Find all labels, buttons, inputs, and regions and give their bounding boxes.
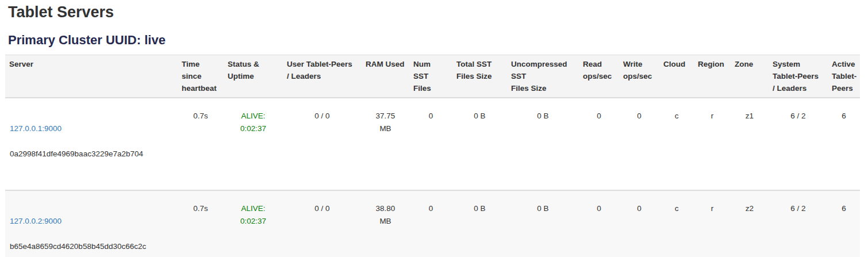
active-peers-cell: 6 xyxy=(828,98,860,190)
col-header-cloud: Cloud xyxy=(659,55,694,98)
user-peers-cell: 0 / 0 xyxy=(283,98,362,190)
col-header-region: Region xyxy=(694,55,731,98)
num-sst-files-cell: 0 xyxy=(409,98,452,190)
col-header-total-sst-files-size: Total SST Files Size xyxy=(452,55,507,98)
server-cell: 127.0.0.1:9000 0a2998f41dfe4969baac3229e… xyxy=(5,98,178,190)
col-header-status-uptime: Status & Uptime xyxy=(224,55,283,98)
page-title: Tablet Servers xyxy=(8,3,863,21)
server-uuid: b65e4a8659cd4620b58b45dd30c66c2c xyxy=(10,240,173,253)
read-ops-cell: 0 xyxy=(579,98,619,190)
col-header-num-sst-files: Num SST Files xyxy=(409,55,452,98)
col-header-read-ops: Read ops/sec xyxy=(579,55,619,98)
zone-cell: z2 xyxy=(731,190,769,257)
ram-used-cell: 37.75 MB xyxy=(362,98,409,190)
col-header-uncompressed-sst-files-size: Uncompressed SST Files Size xyxy=(507,55,579,98)
col-header-server: Server xyxy=(5,55,178,98)
total-sst-size-cell: 0 B xyxy=(452,190,507,257)
col-header-active-tablet-peers: Active Tablet- Peers xyxy=(828,55,860,98)
num-sst-files-cell: 0 xyxy=(409,190,452,257)
col-header-ram-used: RAM Used xyxy=(362,55,409,98)
zone-cell: z1 xyxy=(731,98,769,190)
heartbeat-cell: 0.7s xyxy=(178,98,224,190)
read-ops-cell: 0 xyxy=(579,190,619,257)
active-peers-cell: 6 xyxy=(828,190,860,257)
server-cell: 127.0.0.2:9000 b65e4a8659cd4620b58b45dd3… xyxy=(5,190,178,257)
system-peers-cell: 6 / 2 xyxy=(769,98,828,190)
table-row: 127.0.0.2:9000 b65e4a8659cd4620b58b45dd3… xyxy=(5,190,860,257)
table-header-row: Server Time since heartbeat Status & Upt… xyxy=(5,55,860,98)
col-header-user-tablet-peers: User Tablet-Peers / Leaders xyxy=(283,55,362,98)
uncompressed-sst-size-cell: 0 B xyxy=(507,190,579,257)
region-cell: r xyxy=(694,190,731,257)
ram-used-cell: 38.80 MB xyxy=(362,190,409,257)
server-link[interactable]: 127.0.0.1:9000 xyxy=(10,122,173,135)
server-link[interactable]: 127.0.0.2:9000 xyxy=(10,215,173,228)
region-cell: r xyxy=(694,98,731,190)
uncompressed-sst-size-cell: 0 B xyxy=(507,98,579,190)
cloud-cell: c xyxy=(659,190,694,257)
table-row: 127.0.0.1:9000 0a2998f41dfe4969baac3229e… xyxy=(5,98,860,190)
write-ops-cell: 0 xyxy=(619,98,659,190)
status-cell: ALIVE: 0:02:37 xyxy=(224,98,283,190)
write-ops-cell: 0 xyxy=(619,190,659,257)
system-peers-cell: 6 / 2 xyxy=(769,190,828,257)
server-uuid: 0a2998f41dfe4969baac3229e7a2b704 xyxy=(10,148,173,160)
user-peers-cell: 0 / 0 xyxy=(283,190,362,257)
col-header-time-since-heartbeat: Time since heartbeat xyxy=(178,55,224,98)
tablet-servers-page: Tablet Servers Primary Cluster UUID: liv… xyxy=(0,0,868,257)
total-sst-size-cell: 0 B xyxy=(452,98,507,190)
col-header-write-ops: Write ops/sec xyxy=(619,55,659,98)
tablet-servers-table: Server Time since heartbeat Status & Upt… xyxy=(5,55,860,257)
heartbeat-cell: 0.7s xyxy=(178,190,224,257)
status-cell: ALIVE: 0:02:37 xyxy=(224,190,283,257)
cluster-uuid-subtitle: Primary Cluster UUID: live xyxy=(8,33,863,47)
col-header-zone: Zone xyxy=(731,55,769,98)
cloud-cell: c xyxy=(659,98,694,190)
col-header-system-tablet-peers: System Tablet-Peers / Leaders xyxy=(769,55,828,98)
